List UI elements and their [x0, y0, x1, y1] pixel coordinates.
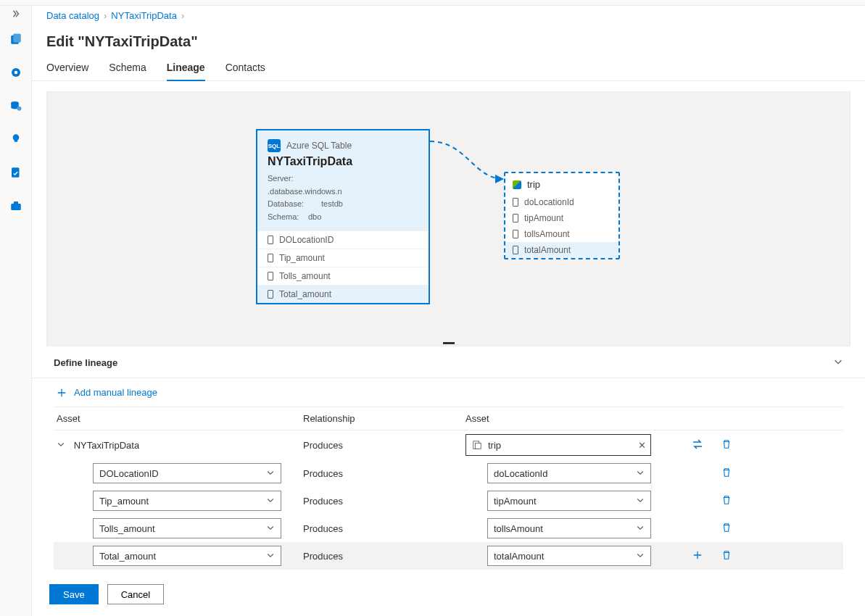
- delete-icon[interactable]: [721, 495, 732, 505]
- source-column-select[interactable]: Tip_amount: [93, 491, 281, 511]
- column-icon: [513, 198, 518, 207]
- source-column-select[interactable]: Tolls_amount: [93, 518, 281, 538]
- column-icon: [268, 290, 273, 299]
- left-nav: [0, 6, 32, 616]
- lineage-canvas[interactable]: SQL Azure SQL Table NYTaxiTripData Serve…: [46, 91, 850, 346]
- add-icon[interactable]: [692, 550, 703, 560]
- source-column[interactable]: Tip_amount: [257, 249, 429, 267]
- source-column-select[interactable]: Total_amount: [93, 546, 281, 566]
- nav-manage-icon[interactable]: [1, 91, 30, 120]
- target-column[interactable]: doLocationId: [505, 194, 618, 210]
- nav-catalog-icon[interactable]: [1, 25, 30, 54]
- target-column[interactable]: totalAmount: [505, 242, 618, 258]
- svg-rect-10: [475, 443, 481, 449]
- chevron-down-icon: [636, 523, 645, 534]
- svg-rect-7: [11, 204, 21, 210]
- column-icon: [268, 254, 273, 262]
- column-icon: [268, 236, 273, 244]
- define-lineage-header[interactable]: Define lineage: [32, 346, 865, 378]
- nav-policy-icon[interactable]: [1, 158, 30, 187]
- chevron-down-icon: [266, 496, 275, 507]
- lineage-mapping-row: DOLocationIDProducesdoLocationId: [54, 459, 843, 487]
- chevron-right-icon: ›: [181, 10, 184, 21]
- target-title: trip: [527, 179, 540, 190]
- source-title: NYTaxiTripData: [268, 155, 418, 168]
- tab-overview[interactable]: Overview: [46, 62, 88, 80]
- source-type: Azure SQL Table: [286, 141, 352, 151]
- delete-icon[interactable]: [721, 523, 732, 533]
- tab-schema[interactable]: Schema: [109, 62, 146, 80]
- chevron-down-icon: [266, 551, 275, 562]
- delete-icon[interactable]: [721, 550, 732, 560]
- resize-handle-icon[interactable]: [443, 342, 455, 344]
- chevron-down-icon: [266, 468, 275, 479]
- save-button[interactable]: Save: [49, 584, 99, 604]
- nav-sources-icon[interactable]: [1, 58, 30, 87]
- asset-icon: [472, 440, 482, 450]
- nav-insights-icon[interactable]: [1, 125, 30, 154]
- target-column-select[interactable]: doLocationId: [487, 463, 651, 483]
- target-node[interactable]: trip doLocationId tipAmount tollsAmount …: [504, 172, 620, 259]
- cancel-button[interactable]: Cancel: [107, 584, 164, 604]
- svg-point-5: [17, 107, 21, 111]
- chevron-down-icon[interactable]: [57, 440, 67, 449]
- target-asset-picker[interactable]: trip ✕: [465, 434, 651, 456]
- breadcrumb-item[interactable]: NYTaxiTripData: [111, 10, 177, 21]
- add-manual-lineage-button[interactable]: Add manual lineage: [32, 378, 865, 407]
- chevron-down-icon: [833, 357, 843, 369]
- plus-icon: [57, 388, 67, 398]
- source-column-select[interactable]: DOLocationID: [93, 463, 281, 483]
- svg-rect-8: [14, 201, 18, 204]
- chevron-down-icon: [266, 523, 275, 534]
- breadcrumb-root[interactable]: Data catalog: [46, 10, 99, 21]
- lineage-mapping-row: Total_amountProducestotalAmount: [54, 542, 843, 570]
- chevron-down-icon: [636, 468, 645, 479]
- column-icon: [513, 246, 518, 254]
- lineage-parent-row: NYTaxiTripData Produces trip ✕: [54, 430, 843, 459]
- sql-icon: SQL: [268, 139, 281, 152]
- lineage-mapping-row: Tolls_amountProducestollsAmount: [54, 515, 843, 542]
- page-title: Edit "NYTaxiTripData": [32, 25, 865, 62]
- lineage-mapping-row: Tip_amountProducestipAmount: [54, 487, 843, 515]
- source-column[interactable]: DOLocationID: [257, 230, 429, 249]
- target-column[interactable]: tipAmount: [505, 210, 618, 226]
- tabs: Overview Schema Lineage Contacts: [32, 62, 865, 81]
- column-icon: [513, 214, 518, 222]
- grid-header: Asset Relationship Asset: [54, 407, 843, 430]
- target-column-select[interactable]: tipAmount: [487, 491, 651, 511]
- svg-point-3: [14, 71, 17, 75]
- source-column[interactable]: Tolls_amount: [257, 267, 429, 285]
- delete-icon[interactable]: [721, 467, 732, 478]
- target-column[interactable]: tollsAmount: [505, 226, 618, 242]
- tab-lineage[interactable]: Lineage: [167, 62, 205, 80]
- nav-work-icon[interactable]: [1, 191, 30, 220]
- breadcrumb: Data catalog › NYTaxiTripData ›: [32, 6, 865, 25]
- svg-rect-1: [13, 34, 21, 43]
- dataset-icon: [513, 180, 521, 189]
- clear-icon[interactable]: ✕: [638, 440, 646, 451]
- target-column-select[interactable]: tollsAmount: [487, 518, 651, 538]
- swap-icon[interactable]: [692, 438, 703, 450]
- delete-icon[interactable]: [721, 439, 732, 449]
- expand-nav-icon[interactable]: [0, 7, 31, 20]
- column-icon: [513, 230, 518, 238]
- chevron-down-icon: [636, 551, 645, 562]
- tab-contacts[interactable]: Contacts: [225, 62, 265, 80]
- column-icon: [268, 272, 273, 280]
- chevron-down-icon: [636, 496, 645, 507]
- source-column[interactable]: Total_amount: [257, 285, 429, 303]
- svg-rect-6: [12, 167, 20, 178]
- source-node[interactable]: SQL Azure SQL Table NYTaxiTripData Serve…: [256, 129, 430, 304]
- target-column-select[interactable]: totalAmount: [487, 546, 651, 566]
- chevron-right-icon: ›: [104, 10, 107, 21]
